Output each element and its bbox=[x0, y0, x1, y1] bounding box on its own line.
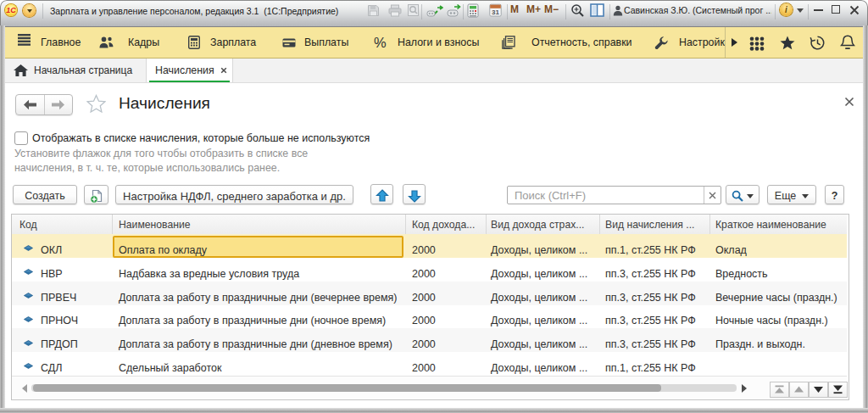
svg-text:31: 31 bbox=[492, 8, 499, 16]
